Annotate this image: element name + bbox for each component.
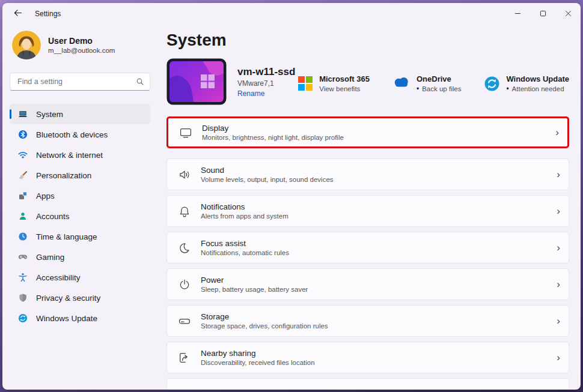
chevron-right-icon: › <box>557 279 560 289</box>
settings-rows: DisplayMonitors, brightness, night light… <box>166 116 569 390</box>
microsoft-logo-icon <box>298 76 313 91</box>
avatar <box>12 31 41 59</box>
tile-subtitle: View benefits <box>319 85 370 92</box>
search-input[interactable] <box>16 77 136 86</box>
chevron-right-icon: › <box>557 243 560 253</box>
search-icon <box>136 77 144 86</box>
device-model: VMware7,1 <box>237 79 295 88</box>
settings-row-display[interactable]: DisplayMonitors, brightness, night light… <box>166 116 569 148</box>
settings-row-power[interactable]: PowerSleep, battery usage, battery saver… <box>166 268 569 300</box>
status-tile-onedrive[interactable]: OneDrive•Back up files <box>392 74 461 92</box>
status-bullet: • <box>417 85 419 92</box>
device-name: vm-w11-ssd <box>237 66 295 78</box>
onedrive-cloud-icon <box>392 76 411 88</box>
chevron-right-icon: › <box>557 169 560 179</box>
sidebar-item-system[interactable]: System <box>10 104 150 124</box>
sidebar-item-accounts[interactable]: Accounts <box>10 206 150 226</box>
settings-row-notifications[interactable]: NotificationsAlerts from apps and system… <box>166 195 569 227</box>
focus-assist-icon <box>178 241 191 255</box>
row-title: Sound <box>201 166 334 175</box>
sidebar-item-gaming[interactable]: Gaming <box>10 247 150 267</box>
network-icon <box>18 150 28 160</box>
row-subtitle: Storage space, drives, configuration rul… <box>201 322 328 330</box>
power-icon <box>178 278 191 291</box>
update-circle-icon <box>484 76 500 92</box>
sidebar-item-label: Accounts <box>36 212 70 221</box>
row-text: SoundVolume levels, output, input, sound… <box>201 166 334 183</box>
selected-indicator <box>10 109 11 119</box>
row-text: Nearby sharingDiscoverability, received … <box>201 349 315 366</box>
settings-row-sound[interactable]: SoundVolume levels, output, input, sound… <box>166 158 569 190</box>
sidebar-item-label: Personalization <box>36 171 91 180</box>
settings-row-storage[interactable]: StorageStorage space, drives, configurat… <box>166 305 569 337</box>
row-text: Focus assistNotifications, automatic rul… <box>201 239 289 256</box>
tile-title: Microsoft 365 <box>319 74 370 83</box>
sidebar-item-label: Windows Update <box>36 314 97 323</box>
back-button[interactable] <box>7 6 28 22</box>
back-arrow-icon <box>13 8 23 20</box>
display-icon <box>179 126 192 139</box>
sidebar-item-network-and-internet[interactable]: Network & internet <box>10 145 150 165</box>
notifications-icon <box>178 205 191 218</box>
status-tile-windows-update[interactable]: Windows Update•Attention needed <box>484 74 569 92</box>
row-subtitle: Sleep, battery usage, battery saver <box>201 286 308 293</box>
windows-update-icon <box>18 313 28 323</box>
rename-link[interactable]: Rename <box>237 89 264 98</box>
row-text: DisplayMonitors, brightness, night light… <box>202 124 344 141</box>
settings-row-multitasking[interactable]: Multitasking› <box>166 378 569 390</box>
maximize-icon <box>540 10 546 19</box>
row-subtitle: Alerts from apps and system <box>201 213 288 220</box>
profile-email: m__lab@outlook.com <box>48 47 115 54</box>
sidebar-item-personalization[interactable]: Personalization <box>10 165 150 185</box>
row-title: Notifications <box>201 202 288 211</box>
sidebar-item-label: Network & internet <box>36 151 103 160</box>
sidebar-item-accessibility[interactable]: Accessibility <box>10 267 150 288</box>
settings-row-focus-assist[interactable]: Focus assistNotifications, automatic rul… <box>166 232 569 264</box>
profile-text: User Demo m__lab@outlook.com <box>48 36 115 54</box>
row-title: Nearby sharing <box>201 349 315 358</box>
minimize-button[interactable] <box>505 3 530 25</box>
maximize-button[interactable] <box>530 3 555 25</box>
sidebar-item-windows-update[interactable]: Windows Update <box>10 308 150 328</box>
sidebar-item-label: Apps <box>36 191 55 201</box>
settings-row-nearby-sharing[interactable]: Nearby sharingDiscoverability, received … <box>166 342 569 373</box>
title-bar: Settings <box>2 3 581 25</box>
sidebar-item-label: Time & language <box>36 232 97 241</box>
close-icon <box>565 10 572 19</box>
chevron-right-icon: › <box>557 316 560 326</box>
accounts-icon <box>18 211 28 221</box>
window-title: Settings <box>35 10 61 18</box>
sidebar-item-time-and-language[interactable]: Time & language <box>10 226 150 247</box>
time-language-icon <box>18 232 28 241</box>
row-subtitle: Discoverability, received files location <box>201 359 315 366</box>
minimize-icon <box>514 10 521 19</box>
sidebar-item-label: Accessibility <box>36 273 81 282</box>
tile-text: Windows Update•Attention needed <box>506 74 569 92</box>
gaming-icon <box>18 252 28 262</box>
sidebar-item-apps[interactable]: Apps <box>10 185 150 206</box>
window-controls <box>505 3 581 25</box>
sidebar-nav: SystemBluetooth & devicesNetwork & inter… <box>10 104 150 328</box>
close-button[interactable] <box>555 3 581 25</box>
status-tiles: Microsoft 365View benefitsOneDrive•Back … <box>298 71 569 92</box>
row-subtitle: Notifications, automatic rules <box>201 249 289 256</box>
apps-icon <box>18 191 28 201</box>
sound-icon <box>178 168 191 181</box>
device-thumbnail <box>166 58 227 105</box>
tile-text: OneDrive•Back up files <box>417 74 461 92</box>
user-profile: User Demo m__lab@outlook.com <box>12 31 148 59</box>
sidebar-item-label: Gaming <box>36 253 64 262</box>
tile-text: Microsoft 365View benefits <box>319 74 370 92</box>
row-subtitle: Monitors, brightness, night light, displ… <box>202 134 344 141</box>
sidebar-item-privacy-and-security[interactable]: Privacy & security <box>10 288 150 308</box>
nearby-sharing-icon <box>178 351 191 364</box>
privacy-icon <box>18 293 28 303</box>
sidebar-item-label: System <box>36 110 63 119</box>
sidebar: User Demo m__lab@outlook.com SystemBluet… <box>2 25 157 390</box>
tile-title: Windows Update <box>506 74 569 83</box>
sidebar-item-label: Bluetooth & devices <box>36 130 108 139</box>
status-tile-microsoft-365[interactable]: Microsoft 365View benefits <box>298 74 370 92</box>
sidebar-item-bluetooth-and-devices[interactable]: Bluetooth & devices <box>10 124 150 145</box>
settings-window: Settings User Demo m__lab@outlook.com <box>2 3 581 390</box>
row-title: Power <box>201 276 308 285</box>
